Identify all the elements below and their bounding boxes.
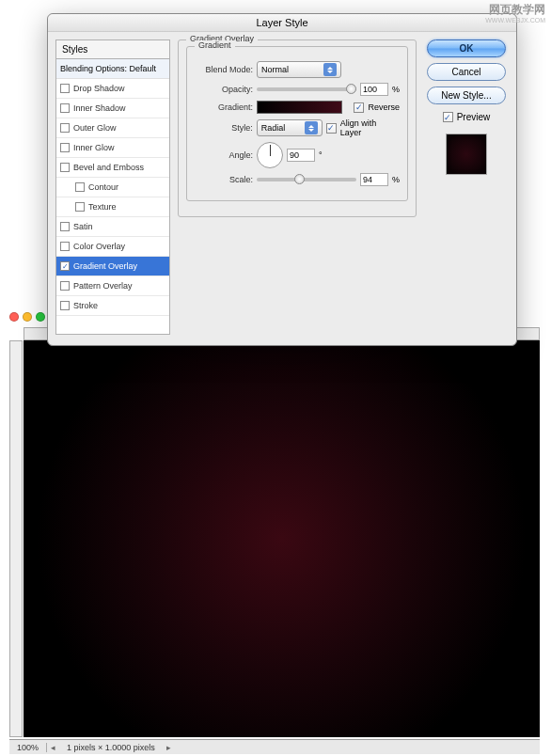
styles-sidebar: Styles Blending Options: Default Drop Sh…	[55, 39, 170, 335]
style-item-inner-shadow[interactable]: Inner Shadow	[56, 99, 169, 118]
angle-input[interactable]	[287, 149, 315, 162]
style-checkbox[interactable]	[60, 242, 70, 251]
chevron-right-icon[interactable]: ▸	[163, 743, 175, 752]
chevron-left-icon[interactable]: ◂	[47, 743, 59, 752]
style-checkbox[interactable]	[60, 123, 70, 133]
preview-swatch	[446, 134, 487, 175]
style-checkbox[interactable]	[60, 222, 70, 231]
dialog-actions: OK Cancel New Style... Preview	[424, 39, 509, 335]
angle-unit: °	[319, 150, 323, 160]
blend-mode-label: Blend Mode:	[195, 65, 253, 74]
slider-thumb[interactable]	[346, 84, 356, 94]
cancel-button[interactable]: Cancel	[427, 63, 506, 81]
style-row: Style: Radial Align with Layer	[195, 118, 400, 137]
style-item-label: Inner Glow	[73, 143, 115, 152]
blend-mode-value: Normal	[261, 65, 289, 74]
gradient-preview[interactable]	[257, 101, 342, 114]
blending-options-row[interactable]: Blending Options: Default	[56, 59, 169, 79]
style-checkbox[interactable]	[60, 281, 70, 291]
gradient-label: Gradient:	[195, 102, 253, 112]
dialog-title: Layer Style	[48, 14, 516, 32]
close-icon[interactable]	[9, 312, 19, 322]
style-item-drop-shadow[interactable]: Drop Shadow	[56, 79, 169, 99]
style-item-label: Drop Shadow	[73, 84, 125, 93]
zoom-level[interactable]: 100%	[9, 743, 47, 752]
opacity-input[interactable]	[360, 83, 388, 96]
style-checkbox[interactable]	[60, 103, 70, 113]
new-style-button[interactable]: New Style...	[427, 87, 506, 104]
style-item-label: Gradient Overlay	[73, 261, 137, 271]
style-item-label: Stroke	[73, 301, 98, 310]
style-checkbox[interactable]	[60, 261, 70, 271]
styles-header[interactable]: Styles	[56, 40, 169, 59]
ok-button[interactable]: OK	[427, 39, 506, 57]
style-item-color-overlay[interactable]: Color Overlay	[56, 237, 169, 257]
style-item-bevel-and-emboss[interactable]: Bevel and Emboss	[56, 158, 169, 178]
style-item-label: Contour	[88, 182, 118, 192]
document-canvas[interactable]	[24, 340, 540, 737]
style-checkbox[interactable]	[60, 163, 70, 172]
reverse-checkbox[interactable]	[354, 102, 364, 113]
angle-row: Angle: °	[195, 142, 400, 168]
angle-label: Angle:	[195, 150, 253, 160]
style-item-satin[interactable]: Satin	[56, 217, 169, 237]
preview-checkbox[interactable]	[443, 112, 453, 122]
layer-style-dialog: Layer Style Styles Blending Options: Def…	[47, 13, 517, 346]
blend-mode-select[interactable]: Normal	[257, 61, 341, 78]
style-item-pattern-overlay[interactable]: Pattern Overlay	[56, 276, 169, 296]
scale-unit: %	[392, 175, 400, 184]
align-checkbox[interactable]	[326, 123, 337, 134]
gradient-row: Gradient: Reverse	[195, 101, 400, 114]
style-select[interactable]: Radial	[257, 119, 323, 136]
slider-thumb[interactable]	[294, 174, 305, 184]
style-checkbox[interactable]	[60, 84, 70, 93]
settings-panel: Gradient Overlay Gradient Blend Mode: No…	[178, 39, 417, 335]
ruler-vertical	[9, 340, 23, 737]
preview-label: Preview	[457, 112, 491, 122]
opacity-row: Opacity: %	[195, 83, 400, 96]
style-checkbox[interactable]	[60, 301, 70, 310]
style-item-label: Inner Shadow	[73, 103, 126, 113]
style-item-contour[interactable]: Contour	[56, 178, 169, 197]
style-item-label: Outer Glow	[73, 123, 117, 133]
zoom-icon[interactable]	[36, 312, 45, 322]
watermark-main: 网页教学网	[489, 2, 545, 18]
dropdown-icon	[305, 121, 318, 134]
scale-input[interactable]	[360, 173, 388, 186]
style-item-label: Color Overlay	[73, 242, 125, 251]
gradient-group: Gradient Blend Mode: Normal Opacity: %	[186, 46, 408, 201]
opacity-slider[interactable]	[257, 87, 356, 91]
blend-mode-row: Blend Mode: Normal	[195, 61, 400, 78]
preview-toggle[interactable]: Preview	[443, 112, 491, 122]
style-item-stroke[interactable]: Stroke	[56, 296, 169, 316]
style-item-label: Satin	[73, 222, 93, 231]
watermark-sub: WWW.WEBJX.COM	[485, 17, 545, 24]
style-checkbox[interactable]	[75, 202, 85, 212]
style-label: Style:	[195, 123, 253, 133]
style-item-label: Pattern Overlay	[73, 281, 133, 291]
style-item-outer-glow[interactable]: Outer Glow	[56, 118, 169, 138]
style-item-label: Bevel and Emboss	[73, 163, 144, 172]
opacity-label: Opacity:	[195, 85, 253, 94]
scale-label: Scale:	[195, 175, 253, 184]
angle-dial[interactable]	[257, 142, 283, 168]
scale-slider[interactable]	[257, 178, 356, 181]
reverse-label: Reverse	[368, 102, 400, 112]
style-item-gradient-overlay[interactable]: Gradient Overlay	[56, 257, 169, 276]
canvas-gradient-preview	[24, 340, 540, 737]
style-item-label: Texture	[88, 202, 117, 212]
opacity-unit: %	[392, 85, 400, 94]
dropdown-icon	[323, 63, 337, 76]
minimize-icon[interactable]	[23, 312, 32, 322]
style-item-inner-glow[interactable]: Inner Glow	[56, 138, 169, 158]
style-item-texture[interactable]: Texture	[56, 197, 169, 217]
style-value: Radial	[261, 123, 286, 133]
scale-row: Scale: %	[195, 173, 400, 186]
status-bar: 100% ◂ 1 pixels × 1.0000 pixels ▸	[9, 739, 540, 754]
align-label: Align with Layer	[340, 118, 400, 137]
style-checkbox[interactable]	[60, 143, 70, 152]
style-checkbox[interactable]	[75, 182, 85, 192]
gradient-overlay-section: Gradient Overlay Gradient Blend Mode: No…	[178, 39, 417, 217]
group-title: Gradient	[195, 40, 235, 50]
window-traffic-lights	[9, 312, 45, 322]
